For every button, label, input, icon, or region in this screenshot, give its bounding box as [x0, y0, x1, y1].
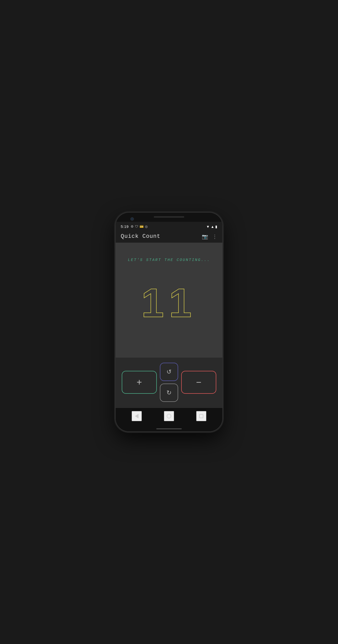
gesture-pill — [156, 428, 182, 429]
back-button[interactable] — [132, 411, 142, 421]
signal-icon: ▲ — [211, 225, 214, 229]
add-icon: + — [136, 377, 142, 388]
controls-row: + ↺ ↻ − — [122, 363, 216, 402]
main-content: Let's start the counting... 11 — [116, 243, 222, 358]
subtitle-text: Let's start the counting... — [128, 258, 210, 262]
status-bar: 5:19 ⚙ 🛡 💳 ◎ ▼ ▲ ▮ — [116, 222, 222, 230]
count-display: 11 — [141, 283, 197, 323]
circle-icon: ◎ — [145, 225, 148, 228]
back-icon — [135, 414, 139, 418]
subtract-button[interactable]: − — [181, 371, 216, 394]
app-bar-actions: 📷 ⋮ — [202, 233, 217, 240]
redo-icon: ↻ — [166, 389, 172, 396]
home-button[interactable] — [164, 411, 174, 421]
status-time: 5:19 — [121, 224, 129, 229]
more-menu-button[interactable]: ⋮ — [212, 233, 217, 240]
wifi-icon: ▼ — [206, 225, 210, 229]
settings-icon: ⚙ — [131, 225, 134, 228]
app-title: Quick Count — [121, 233, 160, 240]
shield-icon: 🛡 — [135, 225, 138, 228]
status-right: ▼ ▲ ▮ — [206, 225, 217, 229]
recents-button[interactable] — [196, 411, 206, 421]
controls-area: + ↺ ↻ − — [116, 358, 222, 408]
home-icon — [167, 414, 171, 418]
front-camera — [130, 217, 134, 221]
recents-icon — [199, 414, 203, 418]
add-button[interactable]: + — [122, 371, 157, 394]
undo-button[interactable]: ↺ — [160, 363, 178, 381]
bottom-pill — [116, 426, 222, 431]
status-icons: ⚙ 🛡 💳 ◎ — [131, 225, 148, 228]
app-bar: Quick Count 📷 ⋮ — [116, 230, 222, 243]
center-buttons: ↺ ↻ — [160, 363, 178, 402]
card-icon: 💳 — [140, 225, 144, 228]
camera-button[interactable]: 📷 — [202, 233, 208, 240]
undo-icon: ↺ — [166, 368, 172, 375]
redo-button[interactable]: ↻ — [160, 384, 178, 402]
status-left: 5:19 ⚙ 🛡 💳 ◎ — [121, 224, 148, 229]
nav-bar — [116, 408, 222, 426]
subtract-icon: − — [196, 377, 201, 388]
phone-shell: 5:19 ⚙ 🛡 💳 ◎ ▼ ▲ ▮ Quick Count 📷 ⋮ Let's… — [116, 213, 222, 431]
battery-icon: ▮ — [215, 225, 217, 229]
